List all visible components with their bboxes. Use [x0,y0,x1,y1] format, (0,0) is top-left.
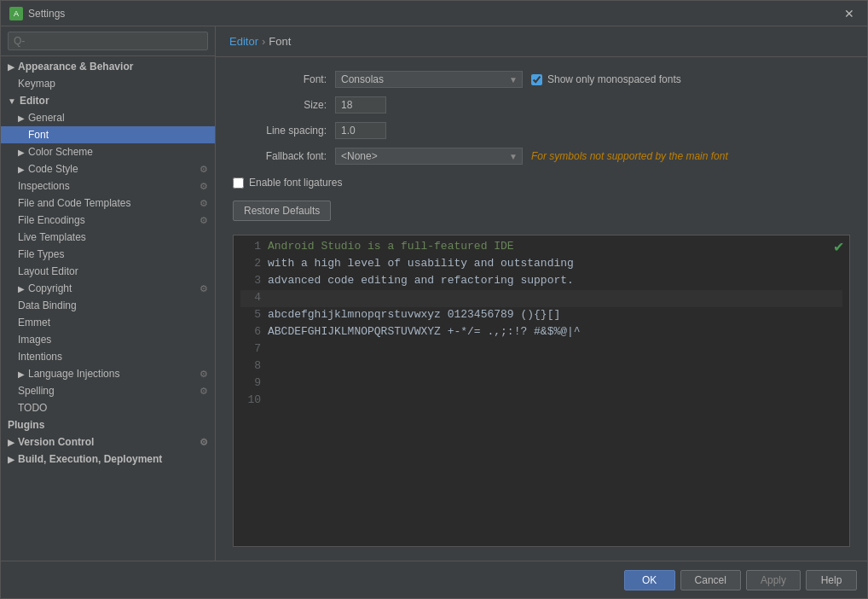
restore-defaults-row: Restore Defaults [233,197,850,221]
monospaced-checkbox[interactable] [531,74,542,85]
preview-line: 1 Android Studio is a full-featured IDE [240,239,842,256]
sidebar-item-font[interactable]: Font [1,126,215,143]
sidebar-item-file-types[interactable]: File Types [1,246,215,263]
sidebar-item-label: General [28,112,65,124]
expand-icon: ▶ [8,438,14,447]
close-button[interactable]: ✕ [840,5,859,22]
size-input[interactable] [335,96,386,113]
sidebar-item-editor[interactable]: ▼ Editor [1,92,215,109]
restore-defaults-button[interactable]: Restore Defaults [233,201,331,221]
ok-button[interactable]: OK [624,570,675,590]
preview-line: 3 advanced code editing and refactoring … [240,273,842,290]
gear-icon: ⚙ [200,369,208,380]
checkmark-icon: ✔ [833,239,844,255]
ligatures-checkbox[interactable] [233,177,244,189]
font-row: Font: Consolas ▼ Show only monospaced fo… [233,71,850,88]
line-number: 1 [240,239,261,254]
code-text: Android Studio is a full-featured IDE [268,239,514,254]
sidebar-item-label: Language Injections [28,368,119,380]
sidebar-item-keymap[interactable]: Keymap [1,75,215,92]
fallback-font-label: Fallback font: [233,150,327,162]
sidebar-item-language-injections[interactable]: ▶ Language Injections ⚙ [1,365,215,382]
sidebar-item-label: Spelling [18,385,55,397]
expand-icon: ▶ [18,284,25,294]
sidebar-item-label: Data Binding [18,300,77,311]
gear-icon: ⚙ [200,215,208,226]
fallback-font-row: Fallback font: <None> ▼ For symbols not … [233,148,850,165]
sidebar-item-label: Keymap [18,78,55,90]
sidebar-item-label: Plugins [8,419,44,431]
sidebar-item-plugins[interactable]: Plugins [1,416,215,433]
sidebar-item-general[interactable]: ▶ General [1,109,215,126]
sidebar-item-label: Appearance & Behavior [18,61,133,73]
sidebar-item-inspections[interactable]: Inspections ⚙ [1,177,215,195]
sidebar-item-live-templates[interactable]: Live Templates [1,229,215,246]
dialog-title: Settings [28,8,65,20]
font-select[interactable]: Consolas [335,71,523,88]
line-number: 6 [240,324,261,340]
sidebar-item-data-binding[interactable]: Data Binding [1,297,215,314]
code-text: advanced code editing and refactoring su… [268,273,574,288]
breadcrumb-parent[interactable]: Editor [229,35,258,48]
sidebar-item-images[interactable]: Images [1,331,215,348]
apply-button[interactable]: Apply [746,570,801,590]
sidebar-item-build-execution[interactable]: ▶ Build, Execution, Deployment [1,451,215,468]
sidebar-item-spelling[interactable]: Spelling ⚙ [1,382,215,399]
gear-icon: ⚙ [200,386,208,397]
expand-icon: ▶ [8,62,14,72]
line-number: 2 [240,256,261,271]
sidebar-item-label: Editor [20,95,49,107]
search-input[interactable] [8,32,208,50]
sidebar-item-appearance[interactable]: ▶ Appearance & Behavior [1,58,215,75]
line-number: 10 [240,393,261,408]
sidebar-item-label: Version Control [18,436,94,448]
fallback-font-select-wrap: <None> ▼ [335,148,523,165]
size-row: Size: [233,96,850,113]
line-spacing-input[interactable] [335,122,386,139]
preview-content: 1 Android Studio is a full-featured IDE … [234,236,849,413]
sidebar-item-label: File Types [18,248,64,260]
sidebar-item-version-control[interactable]: ▶ Version Control ⚙ [1,433,215,451]
sidebar-item-label: Font [28,129,49,141]
breadcrumb: Editor › Font [216,26,867,57]
sidebar-item-copyright[interactable]: ▶ Copyright ⚙ [1,280,215,297]
sidebar-item-label: Inspections [18,180,70,192]
font-label: Font: [233,73,327,85]
sidebar-item-intentions[interactable]: Intentions [1,348,215,365]
line-spacing-row: Line spacing: [233,122,850,139]
sidebar-item-label: Color Scheme [28,146,93,158]
ligatures-label[interactable]: Enable font ligatures [249,177,342,189]
sidebar-item-label: Build, Execution, Deployment [18,453,162,465]
gear-icon: ⚙ [200,283,208,294]
preview-line: 2 with a high level of usability and out… [240,256,842,273]
fallback-hint: For symbols not supported by the main fo… [531,150,728,162]
fallback-font-select[interactable]: <None> [335,148,523,165]
line-number: 5 [240,307,261,323]
preview-line: 4 [240,290,842,307]
sidebar-item-label: Code Style [28,163,78,175]
preview-line: 7 [240,341,842,358]
settings-dialog: A Settings ✕ ▶ Appearance & Behavior Key… [0,0,868,599]
line-number: 3 [240,273,261,288]
sidebar-item-label: File and Code Templates [18,197,131,209]
sidebar-item-code-style[interactable]: ▶ Code Style ⚙ [1,160,215,177]
sidebar-item-file-encodings[interactable]: File Encodings ⚙ [1,212,215,229]
sidebar-item-emmet[interactable]: Emmet [1,314,215,331]
line-spacing-label: Line spacing: [233,125,327,137]
preview-line: 8 [240,358,842,375]
help-button[interactable]: Help [806,570,857,590]
bottom-bar: OK Cancel Apply Help [1,561,867,598]
sidebar-item-file-code-templates[interactable]: File and Code Templates ⚙ [1,195,215,212]
expand-icon: ▶ [18,369,25,379]
preview-line: 6 ABCDEFGHIJKLMNOPQRSTUVWXYZ +-*/= .,;:!… [240,324,842,341]
sidebar-item-label: Live Templates [18,231,86,243]
sidebar-item-label: Intentions [18,351,62,363]
sidebar-item-layout-editor[interactable]: Layout Editor [1,263,215,280]
monospaced-label[interactable]: Show only monospaced fonts [547,73,681,85]
sidebar-item-todo[interactable]: TODO [1,399,215,416]
gear-icon: ⚙ [200,164,208,175]
sidebar-item-color-scheme[interactable]: ▶ Color Scheme [1,143,215,160]
line-number: 7 [240,341,261,357]
cancel-button[interactable]: Cancel [680,570,741,590]
preview-line: 10 [240,393,842,410]
